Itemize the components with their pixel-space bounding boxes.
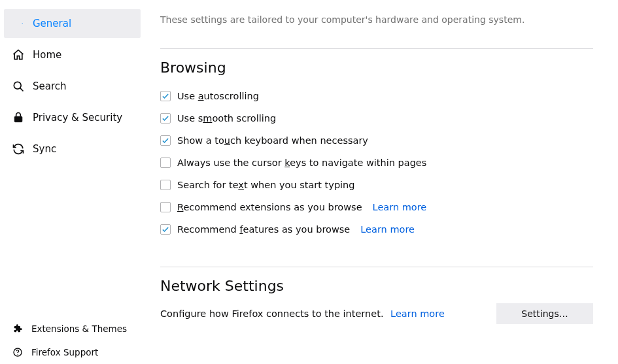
checkbox[interactable] (160, 113, 171, 124)
svg-point-4 (17, 354, 18, 355)
browsing-option-row: Always use the cursor keys to navigate w… (160, 152, 593, 174)
svg-rect-2 (14, 116, 22, 122)
section-title-network: Network Settings (160, 278, 593, 294)
settings-main: These settings are tailored to your comp… (141, 0, 618, 364)
option-label[interactable]: Use smooth scrolling (177, 113, 276, 124)
learn-more-link[interactable]: Learn more (373, 202, 427, 212)
sidebar-item-label: Privacy & Security (33, 112, 122, 124)
checkbox[interactable] (160, 224, 171, 235)
network-desc-line: Configure how Firefox connects to the in… (160, 308, 445, 319)
browsing-option-row: Recommend features as you browseLearn mo… (160, 218, 593, 240)
browsing-option-row: Use smooth scrolling (160, 107, 593, 129)
divider (160, 267, 593, 267)
divider (160, 48, 593, 49)
help-icon (12, 346, 24, 358)
home-icon (12, 48, 25, 61)
section-title-browsing: Browsing (160, 59, 593, 76)
sidebar-item-label: General (33, 18, 71, 29)
sync-icon (12, 142, 25, 156)
checkbox[interactable] (160, 202, 171, 212)
sidebar-item-general[interactable]: General (4, 9, 141, 38)
option-label[interactable]: Always use the cursor keys to navigate w… (177, 157, 426, 168)
browsing-option-row: Use autoscrolling (160, 85, 593, 107)
puzzle-icon (12, 323, 24, 335)
option-label[interactable]: Show a touch keyboard when necessary (177, 135, 368, 146)
gear-icon (12, 17, 25, 30)
sidebar-footer-extensions[interactable]: Extensions & Themes (4, 317, 141, 340)
svg-line-1 (20, 88, 24, 91)
option-label[interactable]: Search for text when you start typing (177, 180, 355, 190)
network-row: Configure how Firefox connects to the in… (160, 303, 593, 324)
option-label[interactable]: Use autoscrolling (177, 91, 259, 101)
sidebar-item-label: Sync (33, 143, 56, 155)
lock-icon (12, 111, 25, 124)
checkbox[interactable] (160, 135, 171, 146)
sidebar-item-home[interactable]: Home (4, 41, 141, 69)
sidebar-footer-label: Firefox Support (31, 347, 98, 357)
learn-more-link[interactable]: Learn more (360, 224, 415, 235)
browsing-option-row: Recommend extensions as you browseLearn … (160, 196, 593, 218)
browsing-options: Use autoscrollingUse smooth scrollingSho… (160, 85, 593, 240)
sidebar-footer-label: Extensions & Themes (31, 323, 127, 334)
sidebar-item-search[interactable]: Search (4, 72, 141, 101)
svg-point-0 (14, 82, 21, 89)
option-label[interactable]: Recommend features as you browse (177, 224, 350, 235)
browsing-option-row: Search for text when you start typing (160, 174, 593, 196)
option-label[interactable]: Recommend extensions as you browse (177, 202, 362, 212)
browsing-option-row: Show a touch keyboard when necessary (160, 129, 593, 152)
sidebar-item-label: Search (33, 80, 67, 92)
checkbox[interactable] (160, 91, 171, 101)
intro-text: These settings are tailored to your comp… (160, 14, 593, 25)
sidebar-item-sync[interactable]: Sync (4, 135, 141, 163)
network-settings-button[interactable]: Settings… (496, 303, 593, 324)
network-desc: Configure how Firefox connects to the in… (160, 308, 384, 319)
settings-sidebar: General Home Search Privacy & Security S… (0, 0, 141, 364)
checkbox[interactable] (160, 180, 171, 190)
sidebar-item-privacy[interactable]: Privacy & Security (4, 103, 141, 132)
network-learn-more-link[interactable]: Learn more (390, 308, 445, 319)
sidebar-item-label: Home (33, 49, 61, 61)
checkbox[interactable] (160, 157, 171, 168)
search-icon (12, 80, 25, 93)
sidebar-footer-support[interactable]: Firefox Support (4, 340, 141, 364)
